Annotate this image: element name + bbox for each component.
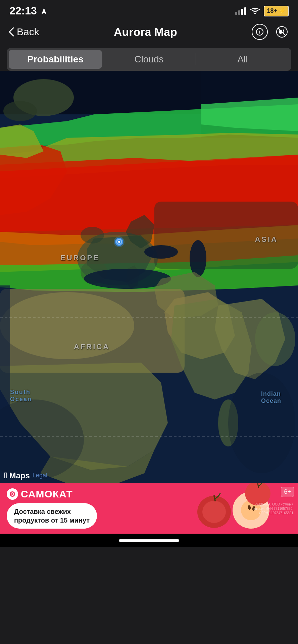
tab-probabilities-label: Probabilities	[27, 54, 84, 65]
ad-cta-line2: продуктов от 15 минут	[14, 517, 90, 524]
samokat-icon	[9, 491, 16, 497]
time-display: 22:13	[9, 5, 37, 17]
ad-fine-print: РЕКЛАМА, ООО «Умный заказ», ИНН 78116578…	[253, 502, 293, 515]
signal-bar-2	[238, 10, 240, 15]
svg-point-8	[3, 101, 37, 121]
ad-brand-circle	[7, 488, 18, 500]
signal-bar-3	[241, 9, 243, 15]
battery-text: 18+	[267, 7, 277, 14]
status-bar: 22:13 18+ ⚡	[0, 0, 298, 20]
tab-probabilities[interactable]: Probabilities	[9, 50, 102, 69]
svg-point-40	[228, 373, 295, 473]
asia-label: ASIA	[255, 235, 278, 244]
age-rating-badge: 6+	[281, 487, 294, 497]
svg-point-26	[144, 245, 178, 259]
segment-control: Probabilities Clouds All	[7, 48, 291, 71]
africa-label: AFRICA	[74, 342, 110, 351]
sound-button[interactable]	[274, 24, 290, 40]
tab-all-label: All	[237, 54, 248, 65]
ad-banner[interactable]: САМОКАТ Доставка свежих продуктов от 15 …	[0, 483, 298, 534]
ad-cta-line1: Доставка свежих	[14, 508, 71, 515]
tab-clouds[interactable]: Clouds	[102, 50, 196, 69]
south-ocean-label: South Ocean	[10, 389, 32, 403]
svg-rect-39	[0, 285, 10, 420]
info-icon: i	[256, 28, 264, 36]
nav-bar: Back Aurora Map i	[0, 20, 298, 45]
status-right: 18+ ⚡	[235, 6, 289, 16]
maps-attribution:  Maps Legal	[4, 470, 47, 481]
sound-off-icon	[276, 26, 288, 38]
ad-brand-row: САМОКАТ	[7, 488, 97, 500]
wifi-icon	[250, 8, 260, 14]
signal-bar-4	[244, 7, 246, 15]
tab-all[interactable]: All	[196, 50, 289, 69]
svg-point-60	[202, 501, 226, 523]
svg-point-0	[254, 13, 256, 14]
battery-bolt: ⚡	[278, 7, 286, 15]
indian-ocean-text: Indian Ocean	[261, 390, 281, 404]
info-button[interactable]: i	[252, 24, 268, 40]
battery-indicator: 18+ ⚡	[264, 6, 289, 16]
back-label: Back	[17, 26, 39, 38]
svg-point-27	[190, 240, 206, 277]
page-title: Aurora Map	[114, 25, 177, 39]
apple-icon: 	[4, 470, 7, 481]
ad-cta-button[interactable]: Доставка свежих продуктов от 15 минут	[7, 503, 97, 529]
ad-brand-name: САМОКАТ	[21, 488, 73, 500]
svg-line-63	[258, 483, 258, 487]
home-bar	[119, 539, 179, 542]
svg-point-32	[0, 292, 134, 359]
tab-clouds-label: Clouds	[134, 54, 163, 65]
signal-bar-1	[235, 12, 237, 15]
svg-point-37	[255, 312, 295, 366]
location-arrow-icon	[40, 7, 48, 15]
chevron-left-icon	[8, 26, 15, 37]
south-ocean-text: South Ocean	[10, 389, 32, 402]
apple-maps-logo:  Maps	[4, 470, 30, 481]
indian-ocean-label: Indian Ocean	[261, 390, 281, 405]
svg-text:i: i	[259, 29, 260, 35]
ad-content: САМОКАТ Доставка свежих продуктов от 15 …	[7, 488, 97, 529]
europe-label: EUROPE	[60, 254, 100, 262]
map-container[interactable]: EUROPE ASIA AFRICA South Ocean Indian Oc…	[0, 71, 298, 483]
status-time: 22:13	[9, 5, 48, 17]
svg-point-51	[11, 493, 13, 495]
signal-bars	[235, 7, 246, 15]
legal-link[interactable]: Legal	[33, 472, 47, 479]
back-button[interactable]: Back	[8, 26, 39, 38]
nav-actions: i	[252, 24, 290, 40]
svg-point-48	[118, 241, 120, 243]
home-indicator	[0, 534, 298, 547]
svg-point-22	[81, 227, 104, 244]
maps-text: Maps	[9, 471, 30, 480]
aurora-map-svg	[0, 71, 298, 483]
